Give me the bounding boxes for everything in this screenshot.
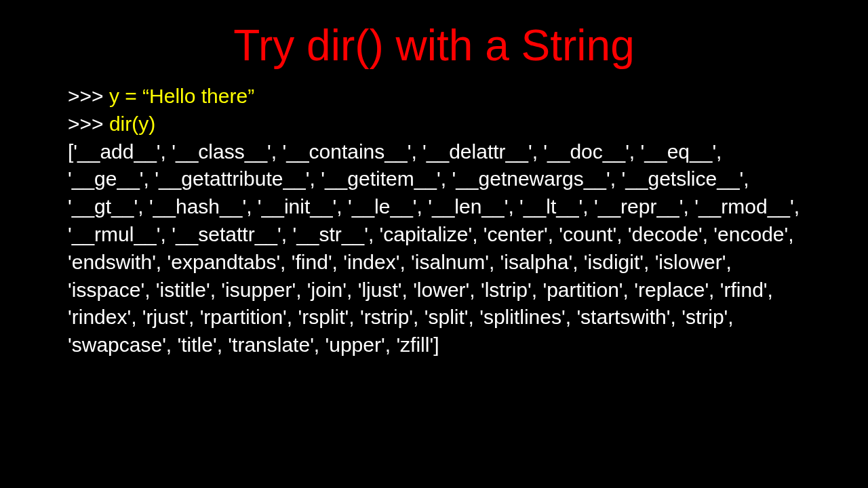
slide-container: Try dir() with a String >>> y = “Hello t…: [0, 0, 868, 488]
slide-title: Try dir() with a String: [68, 20, 800, 70]
code-block: >>> y = “Hello there” >>> dir(y) ['__add…: [68, 83, 800, 359]
code-output: ['__add__', '__class__', '__contains__',…: [68, 138, 800, 359]
code-line-1: >>> y = “Hello there”: [68, 83, 800, 110]
prompt-2: >>>: [68, 113, 109, 135]
prompt-1: >>>: [68, 85, 109, 107]
code-input-1: y = “Hello there”: [109, 85, 254, 107]
code-input-2: dir(y): [109, 113, 155, 135]
code-line-2: >>> dir(y): [68, 110, 800, 138]
